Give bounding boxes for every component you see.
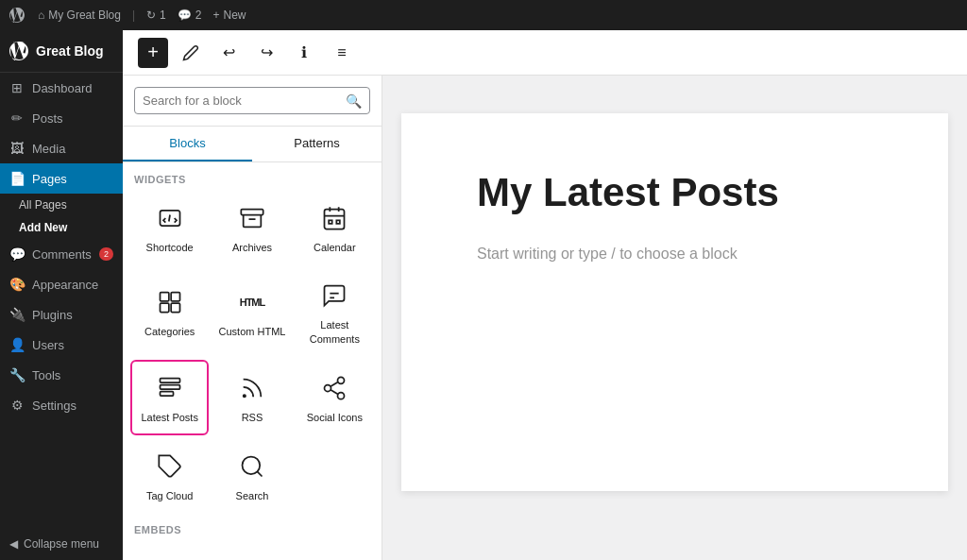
sidebar-item-tools[interactable]: 🔧 Tools (0, 360, 123, 390)
block-item-archives[interactable]: Archives (212, 191, 291, 264)
comments-badge: 2 (99, 247, 113, 261)
svg-rect-1 (241, 210, 263, 215)
block-item-latest-comments[interactable]: Latest Comments (296, 268, 374, 356)
svg-rect-13 (160, 391, 173, 396)
collapse-label: Collapse menu (24, 537, 99, 551)
sidebar-item-posts[interactable]: ✏ Posts (0, 103, 123, 133)
svg-rect-7 (160, 304, 168, 313)
sidebar-item-settings[interactable]: ⚙ Settings (0, 390, 123, 420)
list-view-button[interactable]: ≡ (327, 38, 357, 68)
calendar-icon (317, 201, 351, 235)
svg-rect-3 (329, 220, 332, 224)
sidebar-item-media[interactable]: 🖼 Media (0, 133, 123, 163)
block-item-social-icons[interactable]: Social Icons (296, 360, 374, 435)
social-icons-icon (317, 371, 351, 405)
rss-icon (235, 371, 269, 405)
dashboard-icon: ⊞ (9, 80, 25, 95)
svg-rect-8 (171, 304, 179, 313)
categories-label: Categories (144, 325, 195, 338)
main-content: + ↩ ↪ ℹ ≡ 🔍 Bloc (123, 30, 967, 560)
tab-blocks[interactable]: Blocks (123, 127, 252, 161)
sidebar: Great Blog ⊞ Dashboard ✏ Posts 🖼 Media 📄… (0, 30, 123, 560)
shortcode-label: Shortcode (146, 241, 194, 254)
svg-line-19 (331, 382, 338, 386)
users-icon: 👤 (9, 337, 25, 352)
redo-button[interactable]: ↪ (251, 38, 281, 68)
sidebar-item-plugins[interactable]: 🔌 Plugins (0, 299, 123, 330)
block-item-categories[interactable]: Categories (130, 268, 209, 356)
block-item-tag-cloud[interactable]: Tag Cloud (130, 439, 209, 513)
widgets-section-label: WIDGETS (130, 162, 374, 191)
canvas-inner[interactable]: My Latest Posts Start writing or type / … (401, 113, 948, 491)
topbar-sep1: | (132, 8, 135, 22)
social-icons-label: Social Icons (307, 411, 363, 424)
sidebar-label-media: Media (32, 142, 65, 156)
comments-count: 2 (195, 8, 202, 22)
search-input-wrap[interactable]: 🔍 (134, 87, 370, 114)
block-item-shortcode[interactable]: Shortcode (130, 191, 209, 264)
latest-posts-icon (153, 371, 187, 405)
block-item-search[interactable]: Search (212, 439, 291, 513)
tools-icon: 🔧 (9, 367, 25, 382)
svg-line-18 (331, 390, 338, 395)
comments-nav-icon: 💬 (9, 246, 25, 262)
plus-icon: + (212, 8, 219, 22)
appearance-icon: 🎨 (9, 277, 25, 292)
topbar-new[interactable]: + New (212, 8, 246, 22)
sidebar-label-settings: Settings (32, 399, 76, 413)
svg-rect-6 (171, 293, 179, 301)
settings-icon: ⚙ (9, 398, 25, 413)
sidebar-item-pages[interactable]: 📄 Pages (0, 163, 123, 194)
archives-icon (235, 201, 269, 235)
custom-html-icon: HTML (235, 285, 269, 319)
topbar-revisions[interactable]: ↻ 1 (146, 8, 166, 22)
sidebar-item-appearance[interactable]: 🎨 Appearance (0, 269, 123, 299)
svg-point-21 (242, 457, 260, 475)
brand-label: Great Blog (36, 43, 104, 59)
topbar-comments[interactable]: 💬 2 (178, 8, 202, 22)
sidebar-item-dashboard[interactable]: ⊞ Dashboard (0, 73, 123, 103)
info-button[interactable]: ℹ (289, 38, 319, 68)
add-new-label: Add New (19, 221, 67, 234)
block-item-rss[interactable]: RSS (212, 360, 291, 435)
canvas-placeholder[interactable]: Start writing or type / to choose a bloc… (477, 246, 873, 263)
svg-rect-5 (160, 293, 168, 301)
wp-logo[interactable] (8, 6, 26, 25)
sidebar-item-all-pages[interactable]: All Pages (0, 194, 123, 216)
block-item-custom-html[interactable]: HTML Custom HTML (212, 268, 291, 356)
collapse-icon: ◀ (9, 537, 18, 551)
block-item-latest-posts[interactable]: Latest Posts (130, 360, 209, 435)
svg-rect-4 (337, 220, 341, 224)
widgets-grid: Shortcode Archives (130, 191, 374, 513)
pages-icon: 📄 (9, 171, 25, 186)
tag-cloud-label: Tag Cloud (146, 489, 194, 502)
canvas: My Latest Posts Start writing or type / … (382, 76, 967, 560)
sidebar-item-add-new[interactable]: Add New (0, 216, 123, 239)
latest-posts-label: Latest Posts (141, 411, 198, 424)
search-block-label: Search (236, 489, 269, 502)
pencil-button[interactable] (176, 38, 206, 68)
svg-line-22 (257, 472, 262, 477)
svg-rect-11 (160, 378, 179, 382)
sidebar-brand: Great Blog (0, 30, 123, 73)
block-search-input[interactable] (143, 88, 340, 113)
collapse-menu[interactable]: ◀ Collapse menu (0, 528, 123, 560)
revisions-icon: ↻ (146, 8, 156, 22)
tab-patterns[interactable]: Patterns (252, 127, 382, 161)
rss-label: RSS (242, 411, 263, 424)
sidebar-item-comments[interactable]: 💬 Comments 2 (0, 239, 123, 269)
svg-point-16 (325, 384, 331, 391)
sidebar-item-users[interactable]: 👤 Users (0, 330, 123, 360)
svg-point-17 (338, 393, 345, 399)
sidebar-label-dashboard: Dashboard (32, 81, 93, 95)
block-item-calendar[interactable]: Calendar (296, 191, 374, 264)
block-list: WIDGETS Shortcode (123, 162, 382, 560)
svg-point-14 (244, 395, 246, 397)
editor-toolbar: + ↩ ↪ ℹ ≡ (123, 30, 967, 76)
undo-button[interactable]: ↩ (213, 38, 244, 68)
add-block-button[interactable]: + (138, 38, 168, 68)
sidebar-label-comments: Comments (32, 247, 92, 262)
tag-cloud-icon (153, 450, 187, 484)
search-icon: 🔍 (346, 93, 362, 109)
topbar-site[interactable]: ⌂ My Great Blog (38, 8, 121, 22)
